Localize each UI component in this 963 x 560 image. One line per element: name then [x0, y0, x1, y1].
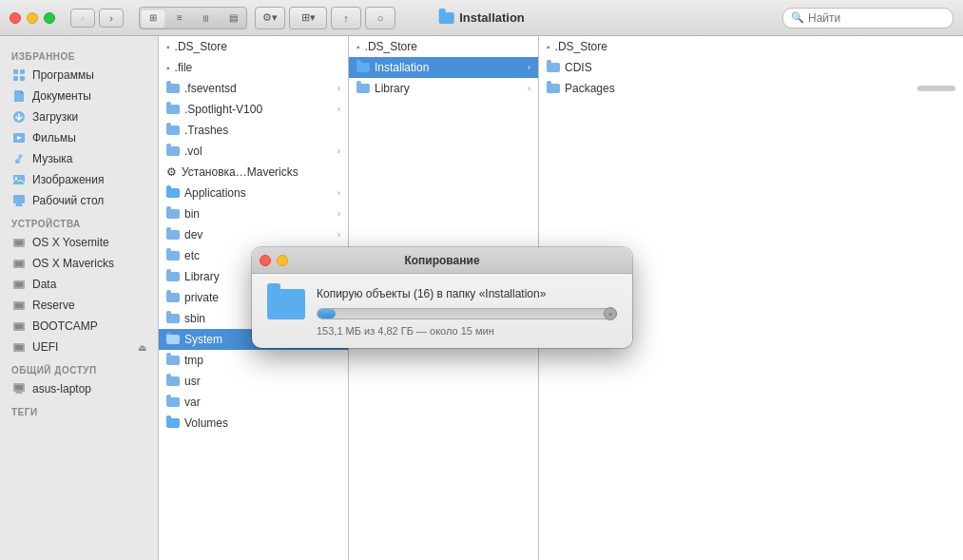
file-item[interactable]: .vol › — [159, 141, 348, 162]
action-button[interactable]: ⚙▾ — [255, 7, 285, 29]
svg-rect-11 — [16, 203, 22, 205]
progress-bar-fill — [318, 309, 336, 319]
file-item[interactable]: tmp — [159, 350, 348, 371]
folder-icon-small — [166, 272, 180, 281]
progress-bar-wrapper: × — [317, 308, 617, 319]
svg-rect-18 — [15, 282, 23, 287]
arrow-icon: › — [337, 105, 340, 114]
folder-icon-small — [356, 84, 370, 93]
sidebar-item-asus-laptop[interactable]: asus-laptop — [0, 378, 158, 399]
forward-button[interactable]: › — [99, 9, 124, 28]
coverflow-view-btn[interactable]: ▤ — [221, 9, 245, 28]
disk-icon-mavericks — [11, 256, 27, 271]
file-item[interactable]: ▪ .DS_Store — [539, 36, 963, 57]
sidebar-item-documents[interactable]: Документы — [0, 86, 158, 106]
file-item-packages[interactable]: Packages — [539, 78, 963, 99]
arrange-button[interactable]: ⊞▾ — [289, 7, 327, 29]
tag-button[interactable]: ○ — [365, 7, 395, 29]
folder-icon-small — [166, 293, 180, 302]
folder-icon-small — [166, 397, 180, 407]
svg-rect-28 — [15, 393, 23, 394]
svg-rect-10 — [13, 195, 25, 203]
downloads-icon — [11, 109, 27, 125]
column-view-btn[interactable]: ⫼ — [194, 9, 219, 28]
search-bar[interactable]: 🔍 — [782, 8, 953, 29]
sidebar-item-data[interactable]: Data — [0, 274, 158, 295]
folder-icon-small — [166, 314, 180, 323]
sidebar-item-programs[interactable]: Программы — [0, 65, 158, 86]
svg-rect-24 — [15, 345, 23, 350]
file-item[interactable]: ▪ .DS_Store — [159, 36, 348, 57]
arrow-icon: › — [337, 146, 340, 156]
back-button[interactable]: ‹ — [70, 9, 95, 28]
file-item[interactable]: .fseventsd › — [159, 78, 348, 99]
sidebar-label-images: Изображения — [32, 173, 104, 186]
arrow-icon: › — [337, 230, 340, 240]
file-icon: ▪ — [356, 42, 360, 52]
close-button[interactable] — [10, 12, 21, 24]
file-item[interactable]: bin › — [159, 203, 348, 224]
dialog-message: Копирую объекты (16) в папку «Installati… — [317, 287, 617, 300]
file-item-installation-selected[interactable]: Installation › — [349, 57, 538, 78]
svg-rect-20 — [15, 303, 23, 308]
share-button[interactable]: ↑ — [331, 7, 361, 29]
file-item[interactable]: dev › — [159, 224, 348, 245]
images-icon — [11, 172, 27, 187]
desktop-icon — [11, 193, 27, 208]
maximize-button[interactable] — [44, 12, 55, 24]
folder-icon-small — [166, 209, 180, 219]
minimize-button[interactable] — [27, 12, 38, 24]
sidebar-item-uefi[interactable]: UEFI ⏏ — [0, 337, 158, 357]
svg-rect-0 — [13, 69, 18, 74]
file-icon: ▪ — [166, 42, 170, 52]
dialog-body: Копирую объекты (16) в папку «Installati… — [252, 274, 632, 348]
file-icon: ▪ — [547, 42, 550, 52]
network-icon-asus — [11, 381, 27, 396]
progress-bar-container — [317, 308, 617, 319]
sidebar-section-shared: Общий доступ — [0, 357, 158, 378]
file-item[interactable]: ▪ .DS_Store — [349, 36, 538, 57]
sidebar-item-downloads[interactable]: Загрузки — [0, 106, 158, 127]
progress-stop-button[interactable]: × — [604, 307, 617, 320]
sidebar-item-yosemite[interactable]: OS X Yosemite — [0, 232, 158, 253]
file-item-cdis[interactable]: CDIS — [539, 57, 963, 78]
sidebar-item-music[interactable]: Музыка — [0, 148, 158, 169]
file-item[interactable]: usr — [159, 371, 348, 392]
file-item[interactable]: ⚙ Установка…Mavericks — [159, 162, 348, 183]
eject-icon-uefi[interactable]: ⏏ — [138, 342, 146, 353]
file-item[interactable]: Library › — [349, 78, 538, 99]
sidebar-label-uefi: UEFI — [32, 340, 58, 354]
file-item-applications[interactable]: Applications › — [159, 183, 348, 203]
file-item[interactable]: var — [159, 392, 348, 413]
sidebar: Избранное Программы Документы Загрузки Ф… — [0, 36, 159, 560]
dialog-folder-icon — [267, 289, 305, 319]
icon-view-btn[interactable]: ⊞ — [141, 9, 165, 28]
folder-icon-installation — [356, 63, 370, 72]
sidebar-item-bootcamp[interactable]: BOOTCAMP — [0, 316, 158, 337]
disk-icon-yosemite — [11, 235, 27, 250]
dialog-status: 153,1 МБ из 4,82 ГБ — около 15 мин — [317, 325, 617, 337]
file-item[interactable]: ▪ .file — [159, 57, 348, 78]
file-item[interactable]: Volumes — [159, 413, 348, 434]
dialog-minimize-btn[interactable] — [277, 255, 288, 266]
folder-icon-cdis — [547, 63, 560, 72]
sidebar-item-movies[interactable]: Фильмы — [0, 127, 158, 148]
sidebar-item-images[interactable]: Изображения — [0, 169, 158, 190]
dialog-close-btn[interactable] — [260, 255, 271, 266]
sidebar-item-desktop[interactable]: Рабочий стол — [0, 190, 158, 211]
traffic-lights — [10, 12, 55, 24]
sidebar-item-mavericks[interactable]: OS X Mavericks — [0, 253, 158, 274]
svg-rect-3 — [20, 76, 25, 81]
sidebar-item-reserve[interactable]: Reserve — [0, 295, 158, 316]
folder-icon-small — [166, 230, 180, 240]
file-item[interactable]: .Trashes — [159, 120, 348, 141]
title-bar: ‹ › ⊞ ≡ ⫼ ▤ ⚙▾ ⊞▾ ↑ ○ Installation 🔍 — [0, 0, 963, 36]
svg-rect-22 — [15, 324, 23, 329]
list-view-btn[interactable]: ≡ — [167, 9, 192, 28]
sidebar-section-favorites: Избранное — [0, 44, 158, 65]
sidebar-section-devices: Устройства — [0, 211, 158, 232]
file-item[interactable]: .Spotlight-V100 › — [159, 99, 348, 120]
sidebar-label-music: Музыка — [32, 152, 72, 165]
search-input[interactable] — [808, 11, 945, 25]
app-icon: ⚙ — [166, 165, 177, 179]
